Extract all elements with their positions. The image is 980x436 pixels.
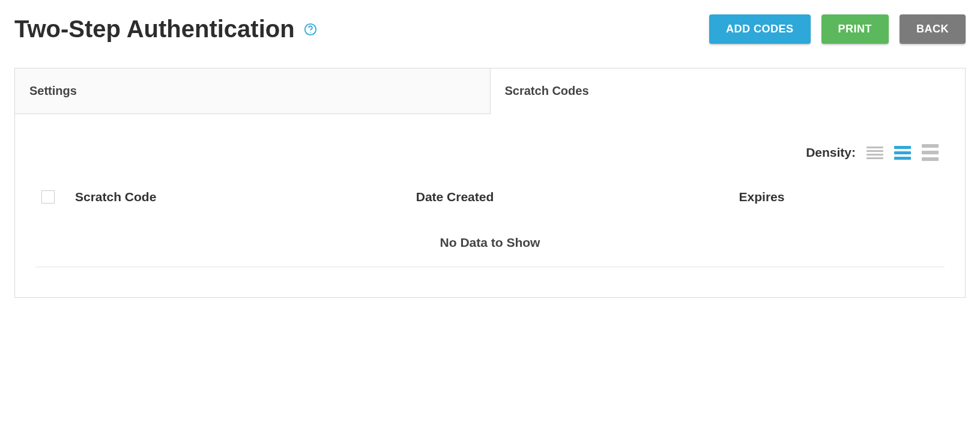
header-actions: ADD CODES PRINT BACK (709, 14, 966, 44)
scratch-codes-table: Scratch Code Date Created Expires No Dat… (27, 183, 953, 267)
density-compact-icon[interactable] (867, 147, 883, 159)
page-header: Two-Step Authentication ADD CODES PRINT … (14, 14, 966, 44)
column-expires[interactable]: Expires (739, 190, 939, 204)
density-label: Density: (806, 145, 856, 160)
print-button[interactable]: PRINT (821, 14, 889, 44)
empty-message: No Data to Show (35, 219, 945, 267)
add-codes-button[interactable]: ADD CODES (709, 14, 811, 44)
tab-settings[interactable]: Settings (15, 68, 491, 114)
main-panel: Settings Scratch Codes Density: Scratch … (14, 68, 966, 298)
table-header: Scratch Code Date Created Expires (27, 183, 953, 219)
tab-content: Density: Scratch Code Date Created Expir… (15, 114, 965, 297)
title-wrap: Two-Step Authentication (14, 16, 318, 43)
tabs: Settings Scratch Codes (15, 68, 965, 114)
back-button[interactable]: BACK (900, 14, 966, 44)
density-row: Density: (27, 144, 953, 161)
select-all-checkbox[interactable] (41, 190, 55, 204)
page-title: Two-Step Authentication (14, 16, 295, 43)
density-normal-icon[interactable] (894, 146, 911, 160)
column-scratch-code[interactable]: Scratch Code (75, 190, 416, 204)
tab-scratch-codes[interactable]: Scratch Codes (491, 68, 966, 114)
help-icon[interactable] (303, 22, 318, 37)
select-all-cell (41, 190, 75, 204)
svg-point-1 (310, 32, 310, 32)
column-date-created[interactable]: Date Created (416, 190, 739, 204)
density-large-icon[interactable] (922, 144, 939, 161)
